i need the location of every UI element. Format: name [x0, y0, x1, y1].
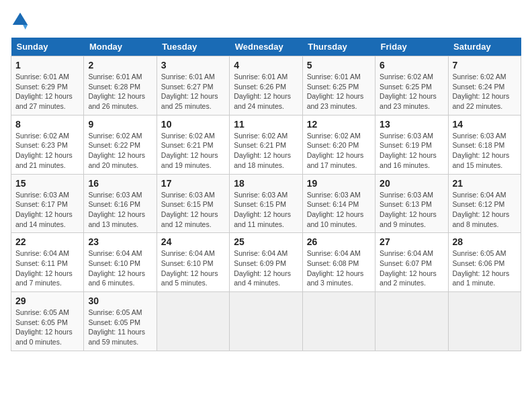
table-row: 26Sunrise: 6:04 AM Sunset: 6:08 PM Dayli…: [302, 233, 375, 292]
day-number: 26: [307, 236, 371, 247]
calendar-table: Sunday Monday Tuesday Wednesday Thursday…: [11, 38, 521, 351]
table-row: 6Sunrise: 6:02 AM Sunset: 6:25 PM Daylig…: [375, 56, 448, 116]
day-number: 11: [234, 119, 298, 130]
logo-icon: [11, 11, 30, 30]
logo: [11, 11, 32, 30]
table-row: 21Sunrise: 6:04 AM Sunset: 6:12 PM Dayli…: [448, 174, 521, 233]
day-detail: Sunrise: 6:02 AM Sunset: 6:20 PM Dayligh…: [307, 131, 371, 171]
day-number: 23: [88, 236, 152, 247]
col-tuesday: Tuesday: [157, 38, 229, 56]
col-monday: Monday: [84, 38, 157, 56]
day-detail: Sunrise: 6:05 AM Sunset: 6:05 PM Dayligh…: [88, 308, 152, 347]
day-number: 27: [380, 236, 443, 247]
table-row: [448, 292, 521, 351]
day-detail: Sunrise: 6:01 AM Sunset: 6:25 PM Dayligh…: [307, 72, 371, 111]
table-row: 8Sunrise: 6:02 AM Sunset: 6:23 PM Daylig…: [11, 115, 84, 174]
day-number: 4: [234, 60, 298, 71]
day-number: 13: [380, 119, 443, 130]
col-friday: Friday: [375, 38, 448, 56]
table-row: 19Sunrise: 6:03 AM Sunset: 6:14 PM Dayli…: [302, 174, 375, 233]
calendar-week-row: 15Sunrise: 6:03 AM Sunset: 6:17 PM Dayli…: [11, 174, 521, 233]
day-detail: Sunrise: 6:03 AM Sunset: 6:16 PM Dayligh…: [88, 190, 152, 230]
table-row: 11Sunrise: 6:02 AM Sunset: 6:21 PM Dayli…: [230, 115, 302, 174]
calendar-week-row: 8Sunrise: 6:02 AM Sunset: 6:23 PM Daylig…: [11, 115, 521, 174]
calendar-header-row: Sunday Monday Tuesday Wednesday Thursday…: [11, 38, 521, 56]
table-row: 24Sunrise: 6:04 AM Sunset: 6:10 PM Dayli…: [157, 233, 229, 292]
day-number: 22: [15, 236, 79, 247]
day-number: 15: [15, 178, 79, 189]
table-row: 28Sunrise: 6:05 AM Sunset: 6:06 PM Dayli…: [448, 233, 521, 292]
svg-marker-0: [13, 13, 28, 25]
day-number: 29: [15, 295, 79, 306]
day-detail: Sunrise: 6:03 AM Sunset: 6:17 PM Dayligh…: [15, 190, 79, 230]
col-wednesday: Wednesday: [230, 38, 302, 56]
day-number: 28: [453, 236, 517, 247]
day-detail: Sunrise: 6:03 AM Sunset: 6:13 PM Dayligh…: [380, 190, 443, 230]
day-number: 18: [234, 178, 298, 189]
table-row: 29Sunrise: 6:05 AM Sunset: 6:05 PM Dayli…: [11, 292, 84, 351]
day-detail: Sunrise: 6:03 AM Sunset: 6:15 PM Dayligh…: [234, 190, 298, 230]
svg-marker-1: [23, 25, 28, 30]
day-detail: Sunrise: 6:03 AM Sunset: 6:19 PM Dayligh…: [380, 131, 443, 171]
table-row: 7Sunrise: 6:02 AM Sunset: 6:24 PM Daylig…: [448, 56, 521, 116]
day-detail: Sunrise: 6:05 AM Sunset: 6:06 PM Dayligh…: [453, 248, 517, 288]
day-detail: Sunrise: 6:01 AM Sunset: 6:26 PM Dayligh…: [234, 72, 298, 111]
day-detail: Sunrise: 6:01 AM Sunset: 6:28 PM Dayligh…: [88, 72, 152, 111]
calendar-week-row: 22Sunrise: 6:04 AM Sunset: 6:11 PM Dayli…: [11, 233, 521, 292]
day-number: 6: [380, 60, 443, 71]
day-detail: Sunrise: 6:05 AM Sunset: 6:05 PM Dayligh…: [15, 308, 79, 347]
page-header: [11, 11, 521, 30]
table-row: 23Sunrise: 6:04 AM Sunset: 6:10 PM Dayli…: [84, 233, 157, 292]
day-detail: Sunrise: 6:04 AM Sunset: 6:09 PM Dayligh…: [234, 248, 298, 288]
day-number: 16: [88, 178, 152, 189]
day-number: 10: [161, 119, 225, 130]
day-number: 21: [453, 178, 517, 189]
day-number: 14: [453, 119, 517, 130]
table-row: [157, 292, 229, 351]
day-number: 3: [161, 60, 225, 71]
day-number: 24: [161, 236, 225, 247]
day-number: 9: [88, 119, 152, 130]
day-detail: Sunrise: 6:04 AM Sunset: 6:07 PM Dayligh…: [380, 248, 443, 288]
day-detail: Sunrise: 6:04 AM Sunset: 6:10 PM Dayligh…: [161, 248, 225, 288]
table-row: 17Sunrise: 6:03 AM Sunset: 6:15 PM Dayli…: [157, 174, 229, 233]
day-detail: Sunrise: 6:01 AM Sunset: 6:29 PM Dayligh…: [15, 72, 79, 111]
col-saturday: Saturday: [448, 38, 521, 56]
day-detail: Sunrise: 6:01 AM Sunset: 6:27 PM Dayligh…: [161, 72, 225, 111]
day-number: 7: [453, 60, 517, 71]
table-row: 20Sunrise: 6:03 AM Sunset: 6:13 PM Dayli…: [375, 174, 448, 233]
day-number: 5: [307, 60, 371, 71]
table-row: 13Sunrise: 6:03 AM Sunset: 6:19 PM Dayli…: [375, 115, 448, 174]
day-detail: Sunrise: 6:04 AM Sunset: 6:10 PM Dayligh…: [88, 248, 152, 288]
day-number: 19: [307, 178, 371, 189]
day-detail: Sunrise: 6:02 AM Sunset: 6:22 PM Dayligh…: [88, 131, 152, 171]
col-thursday: Thursday: [302, 38, 375, 56]
day-detail: Sunrise: 6:04 AM Sunset: 6:08 PM Dayligh…: [307, 248, 371, 288]
calendar-week-row: 1Sunrise: 6:01 AM Sunset: 6:29 PM Daylig…: [11, 56, 521, 116]
table-row: 10Sunrise: 6:02 AM Sunset: 6:21 PM Dayli…: [157, 115, 229, 174]
day-detail: Sunrise: 6:02 AM Sunset: 6:24 PM Dayligh…: [453, 72, 517, 111]
day-detail: Sunrise: 6:02 AM Sunset: 6:23 PM Dayligh…: [15, 131, 79, 171]
day-number: 2: [88, 60, 152, 71]
table-row: 25Sunrise: 6:04 AM Sunset: 6:09 PM Dayli…: [230, 233, 302, 292]
table-row: 5Sunrise: 6:01 AM Sunset: 6:25 PM Daylig…: [302, 56, 375, 116]
table-row: 2Sunrise: 6:01 AM Sunset: 6:28 PM Daylig…: [84, 56, 157, 116]
calendar-week-row: 29Sunrise: 6:05 AM Sunset: 6:05 PM Dayli…: [11, 292, 521, 351]
table-row: 14Sunrise: 6:03 AM Sunset: 6:18 PM Dayli…: [448, 115, 521, 174]
day-number: 20: [380, 178, 443, 189]
table-row: 16Sunrise: 6:03 AM Sunset: 6:16 PM Dayli…: [84, 174, 157, 233]
table-row: [302, 292, 375, 351]
table-row: 27Sunrise: 6:04 AM Sunset: 6:07 PM Dayli…: [375, 233, 448, 292]
table-row: 1Sunrise: 6:01 AM Sunset: 6:29 PM Daylig…: [11, 56, 84, 116]
col-sunday: Sunday: [11, 38, 84, 56]
day-detail: Sunrise: 6:02 AM Sunset: 6:25 PM Dayligh…: [380, 72, 443, 111]
day-number: 25: [234, 236, 298, 247]
table-row: 22Sunrise: 6:04 AM Sunset: 6:11 PM Dayli…: [11, 233, 84, 292]
day-detail: Sunrise: 6:03 AM Sunset: 6:18 PM Dayligh…: [453, 131, 517, 171]
table-row: [230, 292, 302, 351]
day-number: 12: [307, 119, 371, 130]
day-detail: Sunrise: 6:02 AM Sunset: 6:21 PM Dayligh…: [234, 131, 298, 171]
table-row: 9Sunrise: 6:02 AM Sunset: 6:22 PM Daylig…: [84, 115, 157, 174]
day-detail: Sunrise: 6:04 AM Sunset: 6:11 PM Dayligh…: [15, 248, 79, 288]
table-row: 4Sunrise: 6:01 AM Sunset: 6:26 PM Daylig…: [230, 56, 302, 116]
